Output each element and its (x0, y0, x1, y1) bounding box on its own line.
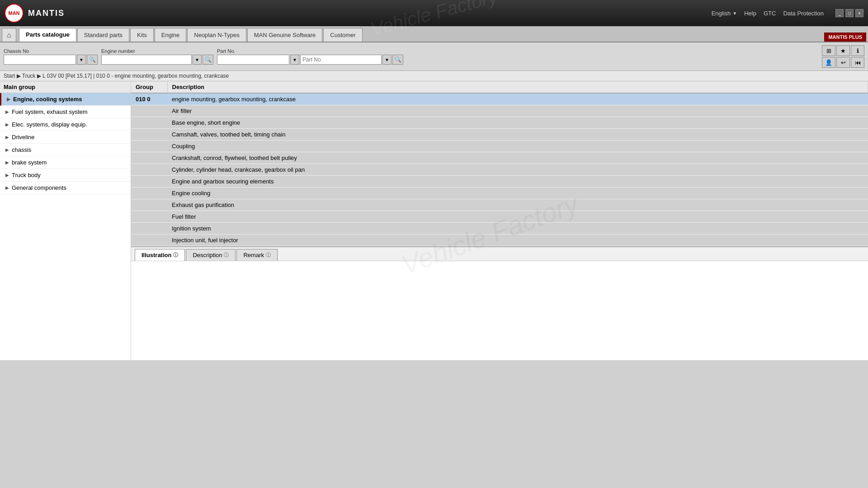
part-no-search-btn[interactable]: 🔍 (392, 55, 403, 65)
description-cell: Engine cooling (167, 188, 868, 199)
tab-info-icon: ⓘ (224, 252, 229, 258)
group-code-cell (131, 235, 167, 246)
item-arrow: ▶ (5, 147, 9, 152)
item-arrow: ▶ (5, 185, 9, 190)
main-group-item-engine-cooling[interactable]: ▶Engine, cooling systems (0, 93, 131, 106)
description-cell: Injection unit, fuel injector (167, 235, 868, 246)
tab-neoplan-n-types[interactable]: Neoplan N-Types (187, 28, 246, 42)
table-row[interactable]: Cylinder, cylinder head, crankcase, gear… (131, 164, 868, 176)
table-row[interactable]: 010 0 engine mounting, gearbox mounting,… (131, 93, 868, 105)
item-label: Engine, cooling systems (13, 96, 82, 103)
main-group-header: Main group (0, 81, 131, 93)
item-label: Truck body (12, 172, 41, 178)
group-code-cell (131, 117, 167, 129)
item-arrow: ▶ (5, 122, 9, 127)
item-arrow: ▶ (5, 109, 9, 114)
chassis-label: Chassis No (4, 48, 98, 54)
toolbar-row-2: 👤 ↩ ⏮ (822, 57, 864, 68)
tab-bar: ⌂ Parts catalogue Standard parts Kits En… (0, 26, 868, 42)
toolbar-grid-btn[interactable]: ⊞ (822, 45, 835, 56)
home-button[interactable]: ⌂ (2, 28, 16, 42)
table-row[interactable]: Fuel filter (131, 211, 868, 223)
table-row[interactable]: Coupling (131, 141, 868, 152)
language-selector[interactable]: English ▼ (712, 10, 737, 17)
description-cell: Coupling (167, 141, 868, 152)
tab-man-genuine-software[interactable]: MAN Genuine Software (247, 28, 323, 42)
data-protection-link[interactable]: Data Protection (783, 10, 824, 17)
tab-standard-parts[interactable]: Standard parts (77, 28, 129, 42)
table-row[interactable]: Base engine, short engine (131, 117, 868, 129)
chassis-search-btn[interactable]: 🔍 (87, 55, 98, 65)
item-arrow: ▶ (5, 160, 9, 165)
group-code-cell (131, 188, 167, 199)
toolbar-info-btn[interactable]: ℹ (851, 45, 864, 56)
content-wrapper: Vehicle Factory Main group ▶Engine, cool… (0, 81, 868, 360)
chassis-input[interactable] (4, 55, 76, 65)
bottom-tab-remark[interactable]: Remarkⓘ (236, 249, 278, 261)
table-row[interactable]: Air filter (131, 105, 868, 117)
main-group-item-truck-body[interactable]: ▶Truck body (0, 169, 131, 182)
engine-input[interactable] (101, 55, 192, 65)
table-row[interactable]: Camshaft, valves, toothed belt, timing c… (131, 129, 868, 141)
toolbar-back-btn[interactable]: ↩ (836, 57, 850, 68)
description-cell: Fuel filter (167, 211, 868, 223)
bottom-tab-description[interactable]: Descriptionⓘ (186, 249, 236, 261)
group-code-cell (131, 223, 167, 235)
table-row[interactable]: Injection unit, fuel injector (131, 235, 868, 246)
table-row[interactable]: Engine and gearbox securing elements (131, 176, 868, 188)
col-description-header: Description (167, 81, 868, 93)
language-dropdown-arrow: ▼ (732, 11, 737, 16)
group-table: Group Description 010 0 engine mounting,… (131, 81, 868, 246)
minimize-button[interactable]: _ (835, 9, 844, 17)
help-link[interactable]: Help (744, 10, 756, 17)
engine-search-btn[interactable]: 🔍 (203, 55, 213, 65)
main-group-item-driveline[interactable]: ▶Driveline (0, 131, 131, 144)
table-row[interactable]: Ignition system (131, 223, 868, 235)
bottom-tab-label: Description (193, 252, 222, 258)
tab-customer[interactable]: Customer (323, 28, 362, 42)
group-code-cell (131, 164, 167, 176)
item-label: Driveline (12, 134, 35, 141)
logo-area: MAN MANTIS (5, 4, 65, 23)
toolbar-bookmark-btn[interactable]: ★ (836, 45, 850, 56)
bottom-tab-list: IllustrationⓘDescriptionⓘRemarkⓘ (135, 249, 278, 261)
main-group-item-elec-systems[interactable]: ▶Elec. systems, display equip. (0, 118, 131, 131)
part-no-type-input[interactable] (217, 55, 289, 65)
tab-engine[interactable]: Engine (155, 28, 186, 42)
chassis-dropdown-btn[interactable]: ▼ (77, 55, 86, 65)
description-cell: Cylinder, cylinder head, crankcase, gear… (167, 164, 868, 176)
top-right: English ▼ Help GTC Data Protection _ □ × (712, 9, 863, 17)
part-no-type-dropdown[interactable]: ▼ (290, 55, 299, 65)
table-row[interactable]: Engine cooling (131, 188, 868, 199)
group-code-cell (131, 199, 167, 211)
gtc-link[interactable]: GTC (764, 10, 776, 17)
description-cell: Engine and gearbox securing elements (167, 176, 868, 188)
bottom-tab-illustration[interactable]: Illustrationⓘ (135, 249, 185, 261)
table-row[interactable]: Exhaust gas purification (131, 199, 868, 211)
toolbar-first-btn[interactable]: ⏮ (851, 57, 864, 68)
main-group-item-fuel-system[interactable]: ▶Fuel system, exhaust system (0, 106, 131, 118)
tab-parts-catalogue[interactable]: Parts catalogue (19, 28, 76, 42)
description-cell: Camshaft, valves, toothed belt, timing c… (167, 129, 868, 141)
table-row[interactable]: Crankshaft, conrod, flywheel, toothed be… (131, 152, 868, 164)
man-logo: MAN (5, 4, 24, 23)
close-button[interactable]: × (855, 9, 863, 17)
tab-kits[interactable]: Kits (130, 28, 154, 42)
part-no-group: Part No. ▼ ▼ 🔍 (217, 48, 403, 65)
description-cell: Exhaust gas purification (167, 199, 868, 211)
chassis-search-group: Chassis No ▼ 🔍 (4, 48, 98, 65)
left-panel: Main group ▶Engine, cooling systems▶Fuel… (0, 81, 131, 360)
main-group-item-general-components[interactable]: ▶General components (0, 182, 131, 194)
group-code-cell (131, 176, 167, 188)
maximize-button[interactable]: □ (845, 9, 854, 17)
engine-search-group: Engine number ▼ 🔍 (101, 48, 213, 65)
group-code-cell (131, 129, 167, 141)
main-group-item-chassis[interactable]: ▶chassis (0, 144, 131, 156)
part-no-input[interactable] (300, 55, 382, 65)
main-group-item-brake-system[interactable]: ▶brake system (0, 156, 131, 169)
engine-dropdown-btn[interactable]: ▼ (193, 55, 202, 65)
part-no-dropdown[interactable]: ▼ (382, 55, 392, 65)
app-title: MANTIS (28, 9, 65, 18)
engine-input-row: ▼ 🔍 (101, 55, 213, 65)
toolbar-user-btn[interactable]: 👤 (822, 57, 835, 68)
